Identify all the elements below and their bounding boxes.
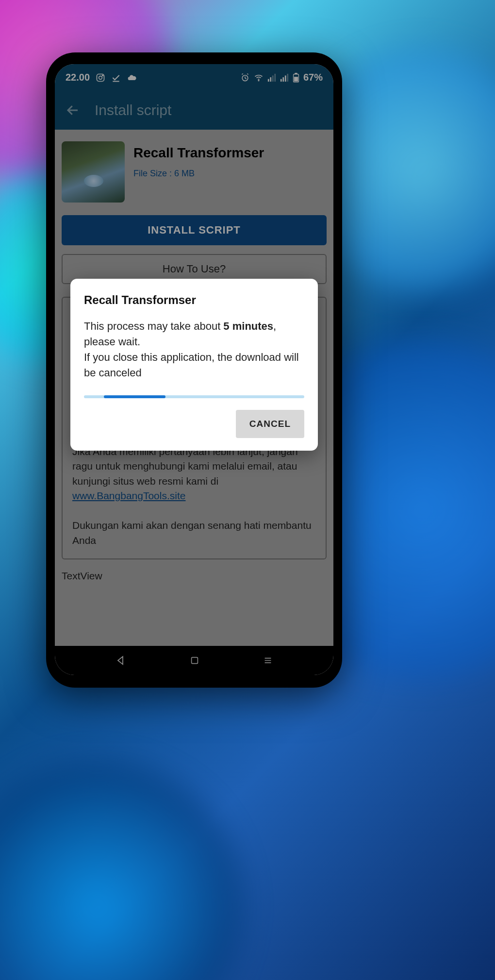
progress-indeterminate-segment	[104, 395, 165, 398]
cancel-button[interactable]: CANCEL	[236, 410, 304, 438]
dialog-line1-pre: This process may take about	[84, 320, 223, 332]
dialog-line1-bold: 5 minutes	[223, 320, 273, 332]
phone-frame: 22.00	[46, 52, 342, 688]
download-dialog: Recall Transformser This process may tak…	[70, 279, 318, 451]
dialog-message: This process may take about 5 minutes, p…	[84, 319, 304, 381]
dialog-title: Recall Transformser	[84, 293, 304, 307]
progress-bar	[84, 395, 304, 398]
cancel-button-label: CANCEL	[249, 419, 291, 429]
screen: 22.00	[55, 64, 333, 675]
dialog-line2: If you close this application, the downl…	[84, 351, 299, 379]
